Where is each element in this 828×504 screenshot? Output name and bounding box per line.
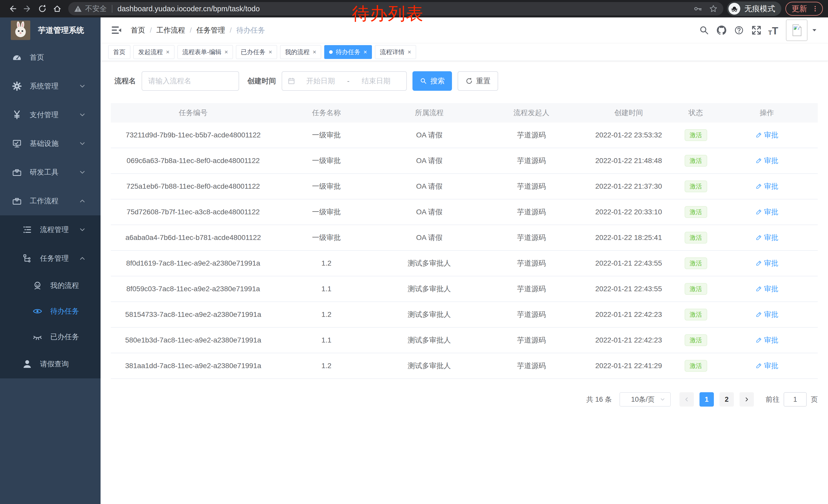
table-header-row: 任务编号任务名称所属流程流程发起人创建时间状态操作 [111,103,818,123]
cell-status: 激活 [676,206,716,218]
sidebar-item-待办任务[interactable]: 待办任务 [0,299,100,324]
cell-task-name: 1.2 [276,259,377,267]
cell-created-time: 2022-01-21 22:42:23 [581,336,676,344]
sidebar-item-基础设施[interactable]: 基础设施 [0,129,100,158]
cell-starter: 芋道源码 [481,130,581,140]
sidebar-item-首页[interactable]: 首页 [0,43,100,72]
tag-close-icon[interactable]: × [268,49,272,55]
bookmark-star-icon[interactable] [709,4,718,13]
app-logo-row[interactable]: 芋道管理系统 [0,17,100,43]
status-badge: 激活 [685,309,707,321]
sidebar-item-请假查询[interactable]: 请假查询 [0,350,100,378]
approve-button[interactable]: 审批 [755,130,779,140]
tag-close-icon[interactable]: × [364,49,367,55]
search-icon[interactable] [699,25,710,36]
eye-closed-icon [32,331,43,342]
sidebar-item-支付管理[interactable]: 支付管理 [0,100,100,129]
cell-actions: 审批 [716,156,818,166]
approve-button[interactable]: 审批 [755,335,779,345]
approve-button[interactable]: 审批 [755,156,779,166]
approve-button[interactable]: 审批 [755,310,779,319]
tag-close-icon[interactable]: × [166,49,170,55]
approve-button[interactable]: 审批 [755,284,779,294]
tag-close-icon[interactable]: × [408,49,411,55]
tag-流程详情[interactable]: 流程详情× [375,45,416,59]
approve-button[interactable]: 审批 [755,361,779,371]
cell-actions: 审批 [716,259,818,268]
cell-task-name: 一级审批 [276,130,377,140]
pencil-icon [755,286,762,292]
page-size-select[interactable]: 10条/页 [619,392,671,407]
sidebar-item-我的流程[interactable]: 我的流程 [0,273,100,299]
cell-actions: 审批 [716,233,818,243]
tag-首页[interactable]: 首页 [108,45,130,59]
github-icon[interactable] [716,25,727,36]
search-button[interactable]: 搜索 [412,71,452,91]
password-key-icon[interactable] [694,4,702,13]
breadcrumb-item[interactable]: 任务管理 [197,26,225,35]
address-bar[interactable]: 不安全 dashboard.yudao.iocoder.cn/bpm/task/… [68,2,723,15]
cell-task-name: 1.1 [276,336,377,344]
sidebar-item-已办任务[interactable]: 已办任务 [0,324,100,350]
tag-已办任务[interactable]: 已办任务× [236,45,277,59]
sidebar-item-工作流程[interactable]: 工作流程 [0,187,100,215]
help-icon[interactable] [733,25,745,36]
tag-发起流程[interactable]: 发起流程× [133,45,174,59]
tag-close-icon[interactable]: × [224,49,228,55]
approve-button-label: 审批 [764,182,779,191]
browser-update-button[interactable]: 更新 [785,2,823,16]
browser-forward-button[interactable] [20,1,35,16]
date-range-separator: - [347,77,349,85]
tag-close-icon[interactable]: × [313,49,316,55]
sidebar-item-label: 研发工具 [30,168,58,177]
next-page-button[interactable] [740,392,754,407]
cell-task-name: 一级审批 [276,207,377,217]
pencil-icon [755,260,762,267]
page-button-1[interactable]: 1 [700,392,714,407]
approve-button-label: 审批 [764,259,779,268]
sidebar-item-系统管理[interactable]: 系统管理 [0,72,100,100]
browser-home-button[interactable] [50,1,65,16]
approve-button[interactable]: 审批 [755,207,779,217]
tag-待办任务[interactable]: 待办任务× [324,45,372,59]
sidebar-item-研发工具[interactable]: 研发工具 [0,158,100,187]
approve-button-label: 审批 [764,335,779,345]
approve-button[interactable]: 审批 [755,233,779,242]
avatar-caret-icon[interactable] [811,27,818,34]
chevron-down-icon [79,169,86,176]
reset-button[interactable]: 重置 [458,71,498,91]
fullscreen-icon[interactable] [751,25,762,36]
breadcrumb-item[interactable]: 首页 [131,26,145,35]
eye-icon [32,306,43,317]
approve-button[interactable]: 审批 [755,182,779,191]
browser-reload-button[interactable] [35,1,50,16]
search-button-label: 搜索 [430,76,445,86]
reset-button-icon [465,77,473,85]
cell-task-id: 580e1b3d-7ac8-11ec-a9e2-a2380e71991a [111,336,276,344]
sidebar-item-label: 基础设施 [30,139,58,148]
status-badge: 激活 [685,206,707,218]
sidebar-item-任务管理[interactable]: 任务管理 [0,244,100,273]
sidebar-item-流程管理[interactable]: 流程管理 [0,215,100,244]
content: 流程名 请输入流程名 创建时间 开始日期 - 结束日期 搜索 重置 [100,61,828,504]
process-name-input[interactable]: 请输入流程名 [141,71,239,91]
page-button-2[interactable]: 2 [719,392,734,407]
browser-menu-icon[interactable] [812,5,819,12]
tag-流程表单-编辑[interactable]: 流程表单-编辑× [177,45,233,59]
status-badge: 激活 [685,129,707,141]
breadcrumb-item[interactable]: 工作流程 [157,26,185,35]
date-range-input[interactable]: 开始日期 - 结束日期 [282,71,407,91]
goto-page-input[interactable]: 1 [784,392,807,407]
avatar[interactable] [786,19,808,41]
text-size-icon[interactable]: TT [768,25,778,36]
approve-button[interactable]: 审批 [755,259,779,268]
browser-back-button[interactable] [5,1,20,16]
cell-task-id: 381aa1dd-7ac8-11ec-a9e2-a2380e71991a [111,362,276,370]
prev-page-button[interactable] [679,392,694,407]
cell-created-time: 2022-01-21 22:43:55 [581,285,676,293]
tree-icon [22,253,33,264]
cell-process: 测试多审批人 [377,335,481,345]
tag-我的流程[interactable]: 我的流程× [280,45,321,59]
sidebar-toggle-icon[interactable] [111,25,122,36]
pagination: 共 16 条10条/页12前往1页 [111,392,818,407]
